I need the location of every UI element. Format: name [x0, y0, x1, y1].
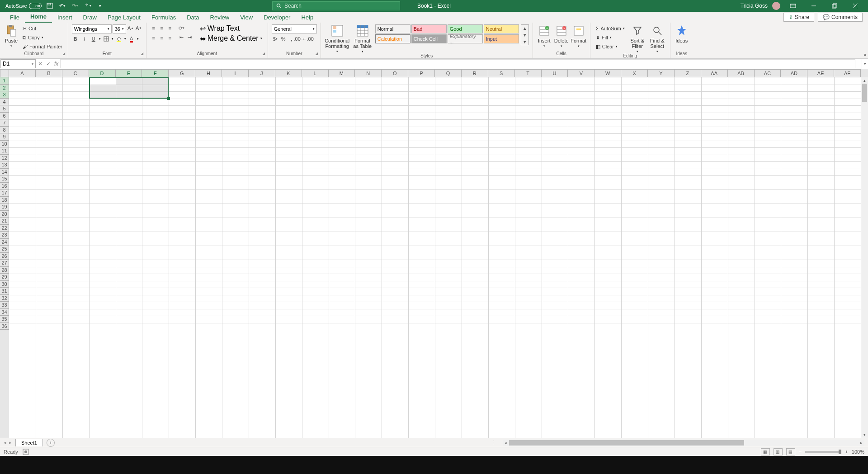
- row-header[interactable]: 3: [0, 91, 9, 99]
- column-header[interactable]: Q: [435, 69, 462, 77]
- find-select-button[interactable]: Find & Select▾: [648, 24, 666, 53]
- scroll-up-icon[interactable]: ▴: [861, 77, 868, 84]
- column-header[interactable]: C: [62, 69, 89, 77]
- align-bottom-icon[interactable]: ≡: [166, 24, 174, 32]
- undo-icon[interactable]: ↶▾: [58, 1, 67, 10]
- column-header[interactable]: I: [222, 69, 249, 77]
- cells-area[interactable]: [9, 77, 861, 438]
- save-icon[interactable]: [45, 1, 54, 10]
- sheet-tab-active[interactable]: Sheet1: [15, 439, 43, 446]
- wrap-text-button[interactable]: ↩Wrap Text: [198, 24, 264, 33]
- scroll-left-icon[interactable]: ◂: [503, 440, 509, 446]
- row-header[interactable]: 29: [0, 274, 9, 281]
- share-button[interactable]: ⇪Share: [783, 13, 814, 22]
- align-middle-icon[interactable]: ≡: [158, 24, 165, 32]
- styles-scroll-up-icon[interactable]: ▴: [521, 25, 528, 31]
- row-header[interactable]: 30: [0, 281, 9, 288]
- font-color-button[interactable]: A: [128, 35, 135, 43]
- maximize-icon[interactable]: [826, 0, 843, 12]
- increase-font-icon[interactable]: A▲: [127, 24, 134, 32]
- tab-page-layout[interactable]: Page Layout: [102, 12, 146, 23]
- fx-icon[interactable]: fx: [54, 61, 58, 67]
- windows-taskbar[interactable]: [0, 456, 868, 474]
- scroll-thumb[interactable]: [509, 440, 744, 446]
- column-header[interactable]: K: [275, 69, 302, 77]
- scroll-right-icon[interactable]: ▸: [858, 440, 864, 446]
- column-header[interactable]: W: [594, 69, 621, 77]
- row-header[interactable]: 17: [0, 190, 9, 197]
- tab-formulas[interactable]: Formulas: [146, 12, 181, 23]
- row-header[interactable]: 27: [0, 260, 9, 267]
- chevron-down-icon[interactable]: ▾: [124, 37, 126, 41]
- scroll-down-icon[interactable]: ▾: [861, 431, 868, 438]
- row-header[interactable]: 22: [0, 225, 9, 232]
- column-header[interactable]: V: [568, 69, 594, 77]
- new-sheet-button[interactable]: +: [47, 439, 55, 447]
- tab-review[interactable]: Review: [205, 12, 235, 23]
- zoom-slider[interactable]: [805, 451, 841, 453]
- font-name-input[interactable]: Wingdings▾: [72, 24, 112, 33]
- row-header[interactable]: 36: [0, 323, 9, 330]
- row-header[interactable]: 20: [0, 211, 9, 218]
- column-header[interactable]: L: [302, 69, 329, 77]
- row-header[interactable]: 1: [0, 77, 9, 85]
- user-name[interactable]: Tricia Goss: [741, 3, 768, 9]
- style-calculation[interactable]: Calculation: [375, 34, 410, 43]
- sort-filter-button[interactable]: Sort & Filter▾: [628, 24, 646, 53]
- autosave-toggle[interactable]: AutoSave Off: [5, 3, 42, 9]
- formula-input[interactable]: [60, 59, 855, 68]
- row-header[interactable]: 18: [0, 197, 9, 204]
- expand-formula-bar-icon[interactable]: ▾: [862, 59, 868, 69]
- column-header[interactable]: AC: [755, 69, 781, 77]
- collapse-ribbon-icon[interactable]: ▴: [864, 52, 866, 57]
- name-box[interactable]: D1▾: [0, 59, 36, 68]
- orientation-icon[interactable]: ⟳▾: [178, 24, 185, 32]
- comments-button[interactable]: 💬Comments: [818, 13, 863, 22]
- row-header[interactable]: 8: [0, 127, 9, 134]
- column-header[interactable]: P: [408, 69, 435, 77]
- align-left-icon[interactable]: ≡: [150, 34, 157, 42]
- view-normal-icon[interactable]: ▦: [761, 448, 770, 455]
- fill-button[interactable]: ⬇Fill▾: [594, 33, 627, 42]
- ideas-button[interactable]: Ideas: [674, 24, 689, 43]
- select-all-corner[interactable]: [0, 69, 9, 77]
- row-header[interactable]: 7: [0, 119, 9, 127]
- style-explanatory[interactable]: Explanatory ...: [448, 34, 483, 43]
- style-neutral[interactable]: Neutral: [484, 24, 519, 33]
- zoom-in-icon[interactable]: +: [845, 449, 848, 455]
- column-header[interactable]: AA: [701, 69, 728, 77]
- row-header[interactable]: 9: [0, 133, 9, 141]
- column-header[interactable]: T: [515, 69, 542, 77]
- row-header[interactable]: 34: [0, 309, 9, 316]
- decrease-indent-icon[interactable]: ⇤: [178, 33, 185, 41]
- column-header[interactable]: N: [355, 69, 382, 77]
- row-header[interactable]: 13: [0, 161, 9, 169]
- row-header[interactable]: 10: [0, 141, 9, 148]
- align-center-icon[interactable]: ≡: [158, 34, 165, 42]
- italic-button[interactable]: I: [81, 35, 88, 43]
- row-header[interactable]: 23: [0, 232, 9, 239]
- column-header[interactable]: AF: [834, 69, 861, 77]
- column-header[interactable]: AE: [807, 69, 834, 77]
- decrease-decimal-icon[interactable]: ←.00: [304, 35, 311, 43]
- underline-button[interactable]: U: [90, 35, 97, 43]
- column-header[interactable]: J: [249, 69, 275, 77]
- row-header[interactable]: 31: [0, 288, 9, 295]
- bold-button[interactable]: B: [72, 35, 79, 43]
- zoom-level[interactable]: 100%: [852, 449, 864, 455]
- tab-home[interactable]: Home: [25, 11, 52, 23]
- close-icon[interactable]: [847, 0, 863, 12]
- row-header[interactable]: 19: [0, 204, 9, 211]
- column-header[interactable]: Z: [675, 69, 701, 77]
- row-header[interactable]: 15: [0, 175, 9, 183]
- row-header[interactable]: 25: [0, 246, 9, 253]
- dialog-launcher-icon[interactable]: ◢: [314, 52, 319, 56]
- view-page-layout-icon[interactable]: ▥: [774, 448, 783, 455]
- format-painter-button[interactable]: 🖌Format Painter: [21, 43, 64, 51]
- row-header[interactable]: 11: [0, 147, 9, 155]
- column-header[interactable]: F: [142, 69, 169, 77]
- row-header[interactable]: 14: [0, 169, 9, 176]
- fill-handle[interactable]: [167, 97, 170, 100]
- column-header[interactable]: M: [329, 69, 355, 77]
- format-as-table-button[interactable]: Format as Table▾: [352, 24, 373, 53]
